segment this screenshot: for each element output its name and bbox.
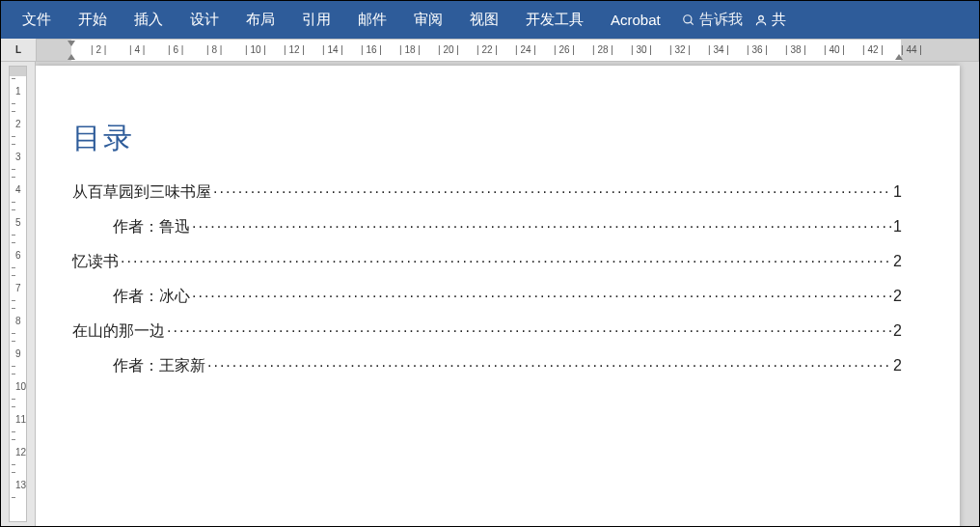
toc-entry[interactable]: 作者：王家新2 — [72, 355, 902, 376]
tell-me-search[interactable]: 告诉我 — [682, 11, 743, 29]
toc-heading: 目录 — [72, 119, 902, 158]
tab-mailings[interactable]: 邮件 — [344, 1, 400, 39]
ruler-tick: 2 — [15, 119, 21, 129]
toc-entry-text: 忆读书 — [72, 252, 119, 272]
toc-entry[interactable]: 作者：鲁迅1 — [72, 216, 902, 237]
person-icon — [754, 14, 768, 27]
ruler-tick: | 42 | — [862, 44, 884, 55]
toc-entry[interactable]: 从百草园到三味书屋1 — [72, 181, 902, 203]
toc-entry-page: 2 — [893, 288, 902, 305]
ruler-tick: | 40 | — [824, 44, 845, 55]
svg-point-2 — [758, 15, 763, 20]
toc-leader-dots — [167, 320, 891, 336]
ruler-tick: 5 — [15, 217, 21, 228]
ruler-tick: | 34 | — [708, 44, 729, 55]
ruler-tick: | 20 | — [438, 44, 459, 55]
right-indent-marker[interactable] — [895, 54, 903, 60]
tab-design[interactable]: 设计 — [177, 1, 232, 39]
tell-me-label: 告诉我 — [699, 11, 743, 29]
search-icon — [682, 14, 695, 27]
document-body: 目录 从百草园到三味书屋1作者：鲁迅1忆读书2作者：冰心2在山的那一边2作者：王… — [72, 119, 902, 390]
ruler-tick: | 30 | — [631, 44, 652, 55]
ruler-tick: 10 — [15, 381, 26, 392]
toc-entry[interactable]: 作者：冰心2 — [72, 286, 902, 307]
ruler-tick: | 22 | — [476, 44, 498, 55]
toc-entry-text: 作者：鲁迅 — [113, 217, 190, 237]
ruler-tick: | 4 | — [129, 44, 145, 55]
ruler-tick: 4 — [15, 184, 21, 195]
page-viewport: 目录 从百草园到三味书屋1作者：鲁迅1忆读书2作者：冰心2在山的那一边2作者：王… — [36, 62, 979, 526]
toc-leader-dots — [213, 181, 891, 197]
tab-review[interactable]: 审阅 — [400, 1, 456, 39]
ruler-tick: 11 — [15, 414, 26, 425]
toc-entry-text: 作者：冰心 — [113, 287, 190, 307]
toc-entry-text: 从百草园到三味书屋 — [72, 182, 211, 203]
ruler-tick: | 38 | — [785, 44, 806, 55]
ruler-row: L | 2 || 4 || 6 || 8 || 10 || 12 || 14 |… — [0, 39, 980, 62]
ruler-tick: | 16 | — [361, 44, 382, 55]
svg-line-1 — [690, 21, 693, 24]
ruler-tick: | 8 | — [206, 44, 222, 55]
svg-point-0 — [683, 14, 691, 22]
ruler-tick: | 26 | — [554, 44, 575, 55]
workspace: 12345678910111213 目录 从百草园到三味书屋1作者：鲁迅1忆读书… — [0, 62, 980, 527]
tab-acrobat[interactable]: Acrobat — [597, 1, 674, 39]
toc-entry-page: 1 — [893, 183, 902, 201]
ruler-tick: 1 — [15, 86, 21, 97]
toc-leader-dots — [192, 286, 891, 301]
toc-entry[interactable]: 在山的那一边2 — [72, 320, 902, 342]
ribbon-bar: 文件 开始 插入 设计 布局 引用 邮件 审阅 视图 开发工具 Acrobat … — [0, 0, 980, 39]
ruler-tick: | 6 | — [168, 44, 183, 55]
tab-view[interactable]: 视图 — [456, 1, 512, 39]
ruler-tick: | 2 | — [91, 44, 106, 55]
toc-entry-text: 在山的那一边 — [72, 321, 165, 342]
ruler-tick: | 28 | — [592, 44, 613, 55]
toc-entry-page: 1 — [893, 218, 902, 236]
ruler-tick: | 12 | — [284, 44, 305, 55]
ruler-tick: 3 — [15, 152, 21, 162]
vertical-ruler[interactable]: 12345678910111213 — [1, 62, 36, 526]
ruler-tick: | 10 | — [245, 44, 266, 55]
ruler-tick: 7 — [15, 283, 21, 293]
tab-developer[interactable]: 开发工具 — [512, 1, 597, 39]
tab-file[interactable]: 文件 — [9, 1, 65, 39]
share-label: 共 — [772, 11, 786, 29]
ruler-tick: | 32 | — [669, 44, 691, 55]
toc-leader-dots — [207, 355, 891, 371]
hanging-indent-marker[interactable] — [68, 54, 75, 60]
document-page[interactable]: 目录 从百草园到三味书屋1作者：鲁迅1忆读书2作者：冰心2在山的那一边2作者：王… — [36, 66, 960, 526]
ruler-tick: 12 — [15, 447, 26, 458]
share-button[interactable]: 共 — [754, 11, 786, 29]
tab-references[interactable]: 引用 — [288, 1, 344, 39]
toc-entry-page: 2 — [893, 357, 902, 374]
toc-entry-page: 2 — [893, 322, 902, 340]
ruler-tick: | 24 | — [515, 44, 536, 55]
ruler-tick: | 36 | — [747, 44, 768, 55]
ruler-tick: 6 — [15, 250, 21, 261]
toc-leader-dots — [192, 216, 891, 232]
tab-insert[interactable]: 插入 — [121, 1, 177, 39]
first-line-indent-marker[interactable] — [68, 41, 75, 46]
toc-entry-text: 作者：王家新 — [113, 356, 205, 376]
ruler-tick: 9 — [15, 348, 21, 359]
ruler-tick: | 44 | — [901, 44, 922, 55]
ruler-tick: | 14 | — [322, 44, 343, 55]
toc-entry-page: 2 — [893, 253, 902, 270]
toc-entry[interactable]: 忆读书2 — [72, 251, 902, 272]
ruler-tick: 13 — [15, 480, 26, 490]
ruler-tick: | 18 | — [399, 44, 421, 55]
tab-home[interactable]: 开始 — [65, 1, 121, 39]
tab-selector[interactable]: L — [1, 39, 36, 62]
toc-leader-dots — [121, 251, 891, 266]
horizontal-ruler[interactable]: | 2 || 4 || 6 || 8 || 10 || 12 || 14 || … — [36, 39, 979, 62]
ruler-tick: 8 — [15, 316, 21, 326]
tab-layout[interactable]: 布局 — [232, 1, 288, 39]
